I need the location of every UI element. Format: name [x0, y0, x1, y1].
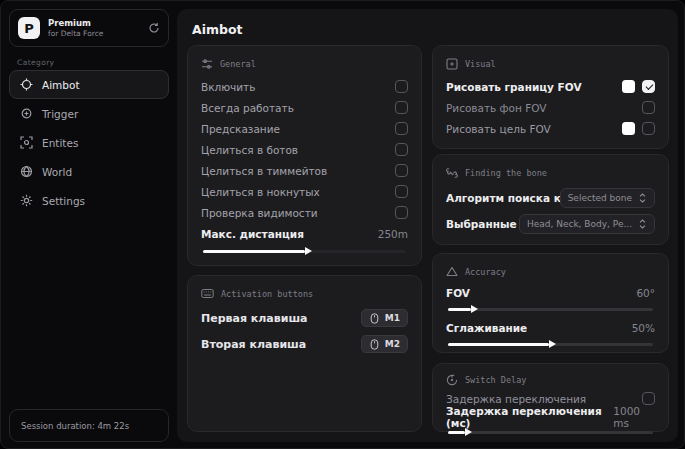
mouse-icon	[369, 313, 380, 324]
panel-title: Visual	[465, 59, 496, 69]
panel-finding-bone: Finding the bone Алгоритм поиска кост Se…	[432, 154, 669, 245]
visual-frame-icon	[446, 58, 458, 70]
toggle-row: Проверка видимости	[201, 202, 408, 223]
slider-label-row: Макс. дистанция 250m	[201, 223, 408, 244]
checkbox[interactable]	[395, 206, 408, 219]
panel-visual: Visual Рисовать границу FOV Рисовать фон…	[432, 45, 669, 149]
toggle-label: Целиться в ботов	[201, 144, 298, 156]
panel-header: Activation buttons	[201, 285, 408, 305]
panel-title: General	[220, 59, 256, 69]
slider-label: FOV	[446, 287, 470, 299]
checkbox[interactable]	[395, 122, 408, 135]
sidebar-item-label: Aimbot	[42, 79, 80, 91]
unfold-icon	[638, 193, 647, 203]
toggle-label: Целиться в нокнутых	[201, 186, 320, 198]
selected-bones-dropdown[interactable]: Head, Neck, Body, Pe...	[519, 214, 655, 234]
brand-text: Premium for Delta Force	[48, 18, 140, 38]
slider-fill[interactable]	[448, 308, 471, 311]
bone-icon	[446, 167, 458, 179]
color-swatch[interactable]	[622, 80, 635, 93]
accuracy-triangle-icon	[446, 266, 458, 277]
checkbox[interactable]	[395, 101, 408, 114]
toggle-row: Предсказание	[201, 118, 408, 139]
panel-title: Switch Delay	[465, 375, 526, 385]
checkbox[interactable]	[642, 101, 655, 114]
dropdown-value: Selected bone	[568, 193, 632, 203]
toggle-row: Целиться в ботов	[201, 139, 408, 160]
sidebar-item-world[interactable]: World	[9, 157, 169, 186]
panel-header: General	[201, 55, 408, 76]
toggle-row: Всегда работать	[201, 97, 408, 118]
sidebar-item-trigger[interactable]: Trigger	[9, 99, 169, 128]
slider-track	[448, 308, 653, 311]
sidebar-item-entites[interactable]: Entites	[9, 128, 169, 157]
sidebar-item-label: Entites	[42, 137, 78, 149]
keybind-button-m1[interactable]: M1	[361, 309, 408, 327]
mouse-icon	[369, 339, 380, 350]
slider-label-row: Задержка переключения (мс) 1000 ms	[446, 408, 655, 425]
app-window: P Premium for Delta Force Category Aimbo…	[0, 0, 685, 449]
checkbox[interactable]	[642, 80, 655, 93]
visual-row: Рисовать цель FOV	[446, 118, 655, 139]
slider-fill[interactable]	[448, 343, 549, 346]
panel-header: Switch Delay	[446, 371, 655, 389]
brand-title: Premium	[48, 18, 140, 29]
switch-delay-slider[interactable]	[446, 427, 655, 437]
crosshair-icon	[20, 78, 33, 91]
refresh-icon[interactable]	[148, 22, 160, 34]
globe-icon	[20, 165, 33, 178]
toggle-label: Проверка видимости	[201, 207, 318, 219]
max-distance-slider[interactable]	[201, 246, 408, 256]
panel-title: Accuracy	[465, 267, 506, 277]
dropdown-label: Алгоритм поиска кост	[446, 192, 560, 204]
slider-value: 50%	[632, 322, 655, 334]
slider-value: 250m	[378, 228, 408, 240]
panel-activation-buttons: Activation buttons Первая клавиша M1 Вто…	[187, 275, 422, 432]
slider-fill[interactable]	[203, 250, 305, 253]
panel-header: Visual	[446, 55, 655, 76]
slider-label: Макс. дистанция	[201, 228, 304, 240]
checkbox[interactable]	[395, 80, 408, 93]
keybind-key: M2	[385, 339, 400, 349]
brand-subtitle: for Delta Force	[48, 29, 140, 38]
color-swatch[interactable]	[622, 122, 635, 135]
entity-scan-icon	[20, 136, 33, 149]
page-title: Aimbot	[192, 22, 243, 37]
dropdown-row: Выбранные кос Head, Neck, Body, Pe...	[446, 211, 655, 237]
fov-slider[interactable]	[446, 304, 655, 314]
dropdown-row: Алгоритм поиска кост Selected bone	[446, 185, 655, 211]
sidebar-item-aimbot[interactable]: Aimbot	[9, 70, 169, 99]
sidebar-item-label: Settings	[42, 195, 85, 207]
visual-row: Рисовать фон FOV	[446, 97, 655, 118]
checkbox[interactable]	[395, 164, 408, 177]
panel-accuracy: Accuracy FOV 60° Сглаживание 50%	[432, 253, 669, 353]
keybind-row: Вторая клавиша M2	[201, 331, 408, 357]
sidebar-item-label: World	[42, 166, 72, 178]
sidebar-item-settings[interactable]: Settings	[9, 186, 169, 215]
slider-fill[interactable]	[448, 431, 465, 434]
checkbox[interactable]	[395, 185, 408, 198]
bone-algorithm-dropdown[interactable]: Selected bone	[560, 188, 655, 208]
slider-label-row: FOV 60°	[446, 283, 655, 302]
checkbox[interactable]	[642, 122, 655, 135]
brand-card: P Premium for Delta Force	[9, 9, 169, 47]
gear-icon	[20, 194, 33, 207]
checkbox[interactable]	[642, 392, 655, 405]
panel-header: Finding the bone	[446, 164, 655, 185]
keybind-button-m2[interactable]: M2	[361, 335, 408, 353]
keybind-label: Первая клавиша	[201, 312, 308, 325]
tune-icon	[201, 58, 213, 70]
sidebar-nav: Aimbot Trigger Entites World	[9, 70, 169, 215]
sidebar-item-label: Trigger	[42, 108, 78, 120]
toggle-label: Всегда работать	[201, 102, 294, 114]
unfold-icon	[638, 219, 647, 229]
toggle-label: Целиться в тиммейтов	[201, 165, 327, 177]
checkbox[interactable]	[395, 143, 408, 156]
toggle-label: Задержка переключения	[446, 393, 586, 405]
slider-label: Сглаживание	[446, 322, 527, 334]
smoothing-slider[interactable]	[446, 339, 655, 349]
switch-delay-icon	[446, 374, 458, 386]
keybind-label: Вторая клавиша	[201, 338, 306, 351]
toggle-row: Включить	[201, 76, 408, 97]
toggle-row: Целиться в тиммейтов	[201, 160, 408, 181]
